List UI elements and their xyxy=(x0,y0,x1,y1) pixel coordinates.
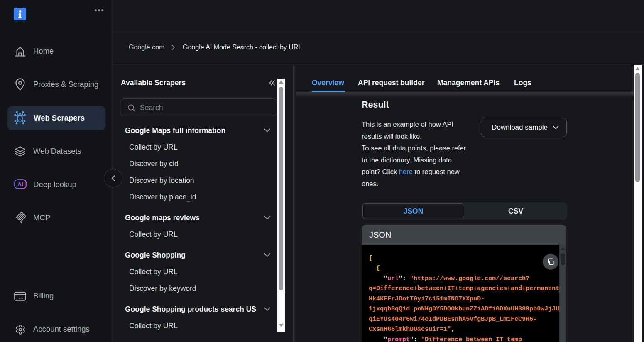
svg-text:AI: AI xyxy=(17,181,23,187)
